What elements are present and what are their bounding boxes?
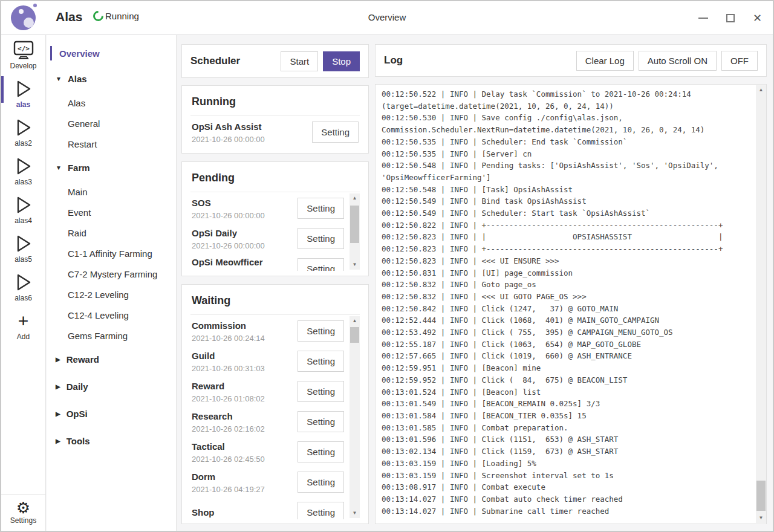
nav-item-c1-1-affinity-farming[interactable]: C1-1 Affinity Farming — [47, 243, 176, 264]
nav-item-label: Gems Farming — [68, 331, 128, 341]
nav-panel: Overview▼AlasAlasGeneralRestart▼FarmMain… — [47, 35, 177, 531]
task-name: Reward — [192, 380, 298, 392]
scroll-down-icon[interactable]: ▼ — [756, 513, 766, 523]
task-row: Tactical2021-10-26 02:45:50Setting — [190, 436, 360, 466]
clear-log-button[interactable]: Clear Log — [576, 51, 634, 71]
auto-scroll-button[interactable]: Auto Scroll ON — [639, 51, 717, 71]
sidebar-item-alas4[interactable]: alas4 — [1, 190, 45, 229]
log-scrollbar[interactable]: ▲ ▼ — [756, 85, 766, 523]
pending-card: Pending SOS2021-10-26 00:00:00SettingOpS… — [181, 161, 369, 276]
nav-item-restart[interactable]: Restart — [47, 134, 176, 154]
scroll-up-icon[interactable]: ▲ — [350, 193, 360, 203]
log-line: 00:12:50.842 | INFO | Click (1247, 37) @… — [382, 303, 756, 315]
scroll-down-icon[interactable]: ▼ — [350, 508, 360, 518]
sidebar-item-alas3[interactable]: alas3 — [1, 151, 45, 190]
setting-button[interactable]: Setting — [298, 351, 344, 372]
nav-item-event[interactable]: Event — [47, 202, 176, 222]
task-time: 2021-10-26 00:00:00 — [192, 211, 298, 220]
task-name: OpSi Daily — [192, 227, 298, 239]
log-line: 00:12:52.444 | INFO | Click (1068, 401) … — [382, 314, 756, 326]
log-line: 00:12:59.952 | INFO | Click ( 84, 675) @… — [382, 374, 756, 386]
sidebar-item-alas2[interactable]: alas2 — [1, 112, 45, 151]
nav-item-raid[interactable]: Raid — [47, 222, 176, 243]
scroll-up-icon[interactable]: ▲ — [756, 85, 766, 95]
setting-button[interactable]: Setting — [298, 320, 344, 342]
start-button[interactable]: Start — [281, 51, 318, 71]
develop-icon: </> — [1, 40, 45, 60]
setting-button[interactable]: Setting — [312, 122, 359, 143]
log-line: 00:13:01.585 | INFO | Combat preparation… — [382, 422, 756, 434]
log-line: 'OpsiMeowfficerFarming'] — [382, 172, 756, 184]
task-row: SOS2021-10-26 00:00:00Setting — [190, 192, 360, 222]
auto-scroll-off-button[interactable]: OFF — [721, 51, 758, 71]
setting-button[interactable]: Setting — [298, 472, 344, 493]
scroll-thumb[interactable] — [350, 206, 359, 243]
setting-button[interactable]: Setting — [298, 258, 344, 271]
setting-button[interactable]: Setting — [298, 441, 344, 462]
scroll-thumb[interactable] — [350, 327, 359, 343]
log-line: 00:12:50.823 | INFO | <<< UI ENSURE >>> — [382, 255, 756, 267]
nav-item-c12-4-leveling[interactable]: C12-4 Leveling — [47, 305, 176, 325]
app-title: Alas — [56, 10, 82, 24]
sidebar-item-settings[interactable]: ⚙ Settings — [1, 494, 45, 531]
nav-group-daily[interactable]: ▶Daily — [47, 373, 176, 400]
nav-item-overview[interactable]: Overview — [47, 41, 176, 65]
sidebar-item-develop[interactable]: </>Develop — [1, 35, 45, 74]
nav-group-opsi[interactable]: ▶OpSi — [47, 400, 176, 427]
task-row: ShopSetting — [190, 496, 360, 519]
log-line: 00:12:50.535 | INFO | [Server] cn — [382, 148, 756, 160]
task-time: 2021-10-26 01:08:02 — [192, 394, 298, 403]
log-line: 00:13:01.596 | INFO | Click (1151, 653) … — [382, 433, 756, 446]
chevron-right-icon: ▶ — [56, 383, 60, 390]
task-time: 2021-10-26 00:24:14 — [192, 334, 298, 343]
stop-button[interactable]: Stop — [323, 51, 360, 71]
log-line: 00:13:03.159 | INFO | Screenshot interva… — [382, 470, 756, 482]
close-button[interactable]: ✕ — [753, 13, 762, 24]
sidebar-item-alas6[interactable]: alas6 — [1, 267, 45, 306]
nav-item-general[interactable]: General — [47, 113, 176, 134]
log-line: 00:12:55.187 | INFO | Click (1063, 654) … — [382, 339, 756, 351]
sidebar-item-add[interactable]: +Add — [1, 306, 45, 345]
scroll-up-icon[interactable]: ▲ — [350, 316, 360, 326]
setting-button[interactable]: Setting — [298, 502, 344, 520]
setting-button[interactable]: Setting — [298, 381, 344, 402]
nav-item-c7-2-mystery-farming[interactable]: C7-2 Mystery Farming — [47, 264, 176, 284]
nav-item-c12-2-leveling[interactable]: C12-2 Leveling — [47, 284, 176, 305]
maximize-button[interactable] — [726, 14, 735, 22]
waiting-card: Waiting Commission2021-10-26 00:24:14Set… — [181, 284, 369, 524]
log-line: 00:13:01.524 | INFO | [Beacon] list — [382, 386, 756, 398]
play-icon — [1, 233, 45, 254]
sidebar-item-alas[interactable]: alas — [1, 74, 45, 112]
nav-item-gems-farming[interactable]: Gems Farming — [47, 325, 176, 346]
pending-scrollbar[interactable]: ▲ ▼ — [350, 193, 360, 270]
minimize-button[interactable] — [698, 18, 708, 19]
scroll-down-icon[interactable]: ▼ — [350, 260, 360, 270]
nav-item-label: Raid — [68, 228, 86, 238]
chevron-right-icon: ▶ — [56, 410, 60, 417]
setting-button[interactable]: Setting — [298, 228, 344, 249]
log-line: 00:12:50.823 | INFO | +-----------------… — [382, 243, 756, 255]
waiting-scrollbar[interactable]: ▲ ▼ — [350, 316, 360, 518]
sidebar-item-alas5[interactable]: alas5 — [1, 229, 45, 267]
gear-icon: ⚙ — [1, 499, 45, 516]
log-title: Log — [384, 54, 403, 66]
nav-item-label: Overview — [59, 48, 100, 59]
log-line: 00:12:50.549 | INFO | Scheduler: Start t… — [382, 207, 756, 219]
log-line: 00:13:08.917 | INFO | Combat execute — [382, 481, 756, 493]
scroll-thumb[interactable] — [756, 481, 766, 511]
task-row: Reward2021-10-26 01:08:02Setting — [190, 375, 360, 406]
nav-group-farm[interactable]: ▼Farm — [47, 154, 176, 181]
task-name: Guild — [192, 349, 298, 362]
chevron-down-icon: ▼ — [56, 76, 62, 82]
nav-group-alas[interactable]: ▼Alas — [47, 65, 176, 92]
nav-item-alas[interactable]: Alas — [47, 92, 176, 113]
log-line: 00:12:59.951 | INFO | [Beacon] mine — [382, 362, 756, 374]
setting-button[interactable]: Setting — [298, 198, 344, 219]
task-row: OpSi Meowfficer FarmingSetting — [190, 253, 360, 271]
nav-group-tools[interactable]: ▶Tools — [47, 427, 176, 455]
setting-button[interactable]: Setting — [298, 411, 344, 432]
nav-item-label: Main — [68, 187, 88, 197]
nav-item-main[interactable]: Main — [47, 181, 176, 202]
nav-group-reward[interactable]: ▶Reward — [47, 346, 176, 373]
task-name: Tactical — [192, 440, 298, 453]
